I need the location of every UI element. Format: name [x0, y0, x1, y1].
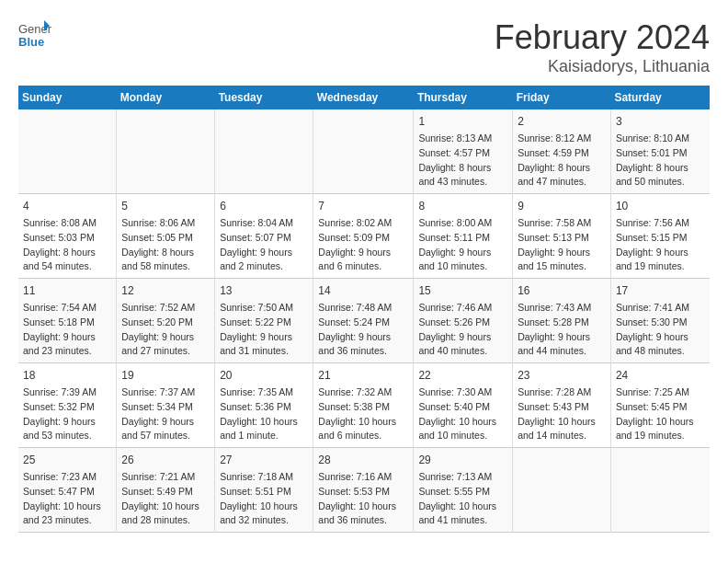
weekday-header-saturday: Saturday [610, 86, 710, 109]
cell-info-line: and 15 minutes. [518, 259, 606, 274]
day-number: 25 [23, 452, 111, 468]
calendar-cell: 21Sunrise: 7:32 AMSunset: 5:38 PMDayligh… [313, 363, 414, 448]
calendar-cell [215, 109, 313, 194]
cell-info-line: Sunrise: 7:54 AM [23, 301, 111, 316]
cell-info-line: Daylight: 8 hours [121, 246, 210, 260]
cell-info-line: Sunrise: 7:50 AM [220, 301, 308, 316]
calendar-cell: 22Sunrise: 7:30 AMSunset: 5:40 PMDayligh… [414, 363, 513, 448]
cell-info-line: and 1 minute. [220, 429, 308, 443]
cell-info-line: and 41 minutes. [418, 513, 507, 528]
calendar-cell: 29Sunrise: 7:13 AMSunset: 5:55 PMDayligh… [414, 448, 513, 533]
cell-info-line: Daylight: 9 hours [418, 330, 507, 345]
day-number: 28 [318, 452, 408, 468]
day-number: 11 [23, 282, 111, 299]
calendar-cell: 12Sunrise: 7:52 AMSunset: 5:20 PMDayligh… [117, 279, 215, 363]
cell-info-line: Sunset: 5:49 PM [121, 485, 210, 500]
day-number: 27 [220, 452, 308, 468]
cell-info-line: Sunrise: 7:25 AM [616, 385, 705, 400]
cell-info-line: Daylight: 10 hours [220, 500, 308, 514]
calendar-cell: 24Sunrise: 7:25 AMSunset: 5:45 PMDayligh… [610, 363, 710, 448]
cell-info-line: and 27 minutes. [121, 344, 210, 359]
cell-info-line: and 58 minutes. [121, 259, 210, 274]
cell-info-line: and 57 minutes. [121, 429, 210, 443]
weekday-header-row: SundayMondayTuesdayWednesdayThursdayFrid… [18, 86, 710, 109]
cell-info-line: Daylight: 9 hours [518, 246, 606, 260]
day-number: 12 [121, 282, 210, 299]
cell-info-line: Sunset: 5:07 PM [220, 231, 308, 246]
page-header: General Blue February 2024 Kaisiadorys, … [18, 18, 710, 76]
cell-info-line: Daylight: 9 hours [121, 330, 210, 345]
calendar-cell: 10Sunrise: 7:56 AMSunset: 5:15 PMDayligh… [610, 194, 710, 279]
cell-info-line: Sunrise: 7:46 AM [418, 301, 507, 316]
cell-info-line: Sunrise: 8:04 AM [220, 216, 308, 231]
calendar-cell: 7Sunrise: 8:02 AMSunset: 5:09 PMDaylight… [313, 194, 414, 279]
cell-info-line: Sunrise: 8:06 AM [121, 216, 210, 231]
cell-info-line: and 6 minutes. [318, 259, 408, 274]
cell-info-line: Sunset: 5:22 PM [220, 316, 308, 330]
day-number: 14 [318, 282, 408, 299]
calendar-week-row: 1Sunrise: 8:13 AMSunset: 4:57 PMDaylight… [18, 109, 710, 194]
cell-info-line: Daylight: 9 hours [518, 330, 606, 345]
cell-info-line: Sunrise: 8:00 AM [418, 216, 507, 231]
cell-info-line: Sunset: 5:51 PM [220, 485, 308, 500]
calendar-cell: 3Sunrise: 8:10 AMSunset: 5:01 PMDaylight… [610, 109, 710, 194]
cell-info-line: Sunset: 5:43 PM [518, 400, 606, 415]
cell-info-line: Daylight: 10 hours [418, 500, 507, 514]
cell-info-line: Sunrise: 8:13 AM [418, 132, 507, 146]
cell-info-line: Daylight: 9 hours [318, 246, 408, 260]
day-number: 17 [616, 282, 705, 299]
cell-info-line: Sunset: 5:55 PM [418, 485, 507, 500]
cell-info-line: and 14 minutes. [518, 429, 606, 443]
cell-info-line: Sunrise: 7:58 AM [518, 216, 606, 231]
cell-info-line: and 6 minutes. [318, 429, 408, 443]
cell-info-line: Sunset: 5:13 PM [518, 231, 606, 246]
calendar-cell: 28Sunrise: 7:16 AMSunset: 5:53 PMDayligh… [313, 448, 414, 533]
cell-info-line: Sunrise: 7:23 AM [23, 470, 111, 485]
cell-info-line: Sunrise: 7:16 AM [318, 470, 408, 485]
calendar-cell: 15Sunrise: 7:46 AMSunset: 5:26 PMDayligh… [414, 279, 513, 363]
cell-info-line: Sunrise: 7:32 AM [318, 385, 408, 400]
calendar-cell: 11Sunrise: 7:54 AMSunset: 5:18 PMDayligh… [18, 279, 117, 363]
cell-info-line: Daylight: 9 hours [616, 246, 705, 260]
logo-icon: General Blue [18, 18, 51, 52]
calendar-week-row: 25Sunrise: 7:23 AMSunset: 5:47 PMDayligh… [18, 448, 710, 533]
calendar-table: SundayMondayTuesdayWednesdayThursdayFrid… [18, 86, 710, 533]
cell-info-line: Sunrise: 7:35 AM [220, 385, 308, 400]
cell-info-line: Sunrise: 7:41 AM [616, 301, 705, 316]
cell-info-line: Daylight: 9 hours [616, 330, 705, 345]
cell-info-line: Sunset: 5:53 PM [318, 485, 408, 500]
cell-info-line: Daylight: 8 hours [418, 161, 507, 176]
cell-info-line: Sunset: 5:24 PM [318, 316, 408, 330]
cell-info-line: Sunset: 5:45 PM [616, 400, 705, 415]
page-title: February 2024 [495, 18, 710, 57]
cell-info-line: Sunset: 5:28 PM [518, 316, 606, 330]
cell-info-line: and 28 minutes. [121, 513, 210, 528]
calendar-cell: 5Sunrise: 8:06 AMSunset: 5:05 PMDaylight… [117, 194, 215, 279]
cell-info-line: and 53 minutes. [23, 429, 111, 443]
cell-info-line: Sunset: 5:36 PM [220, 400, 308, 415]
cell-info-line: and 32 minutes. [220, 513, 308, 528]
cell-info-line: Daylight: 10 hours [518, 415, 606, 430]
calendar-cell: 16Sunrise: 7:43 AMSunset: 5:28 PMDayligh… [513, 279, 611, 363]
cell-info-line: and 44 minutes. [518, 344, 606, 359]
cell-info-line: Sunrise: 7:18 AM [220, 470, 308, 485]
day-number: 19 [121, 367, 210, 384]
cell-info-line: Sunset: 5:20 PM [121, 316, 210, 330]
calendar-cell: 27Sunrise: 7:18 AMSunset: 5:51 PMDayligh… [215, 448, 313, 533]
calendar-cell: 18Sunrise: 7:39 AMSunset: 5:32 PMDayligh… [18, 363, 117, 448]
cell-info-line: Sunset: 5:40 PM [418, 400, 507, 415]
cell-info-line: and 23 minutes. [23, 513, 111, 528]
day-number: 4 [23, 198, 111, 214]
cell-info-line: Daylight: 10 hours [318, 415, 408, 430]
cell-info-line: and 19 minutes. [616, 259, 705, 274]
cell-info-line: Sunrise: 8:02 AM [318, 216, 408, 231]
cell-info-line: and 23 minutes. [23, 344, 111, 359]
calendar-cell: 17Sunrise: 7:41 AMSunset: 5:30 PMDayligh… [610, 279, 710, 363]
calendar-cell [610, 448, 710, 533]
cell-info-line: Sunrise: 7:48 AM [318, 301, 408, 316]
cell-info-line: Sunrise: 7:52 AM [121, 301, 210, 316]
cell-info-line: Sunset: 5:32 PM [23, 400, 111, 415]
cell-info-line: Daylight: 9 hours [318, 330, 408, 345]
cell-info-line: Daylight: 9 hours [220, 246, 308, 260]
day-number: 13 [220, 282, 308, 299]
